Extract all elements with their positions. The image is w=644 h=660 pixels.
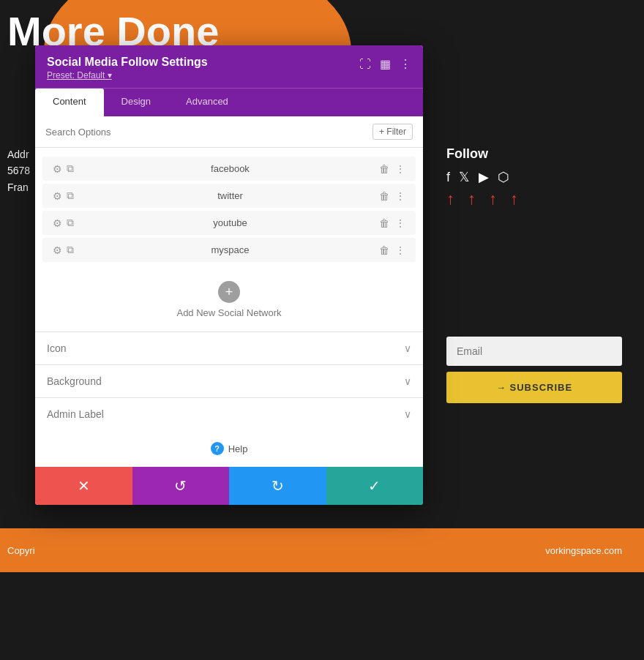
background-section[interactable]: Background ∨ (35, 364, 423, 397)
add-circle-icon: + (218, 281, 240, 303)
row-arrow-twitter: → (35, 188, 37, 203)
follow-label: Follow (446, 146, 622, 162)
admin-label-chevron: ∨ (404, 408, 411, 420)
network-name-facebook: facebook (81, 163, 379, 174)
more-icon-twitter[interactable]: ⋮ (395, 190, 405, 202)
tab-advanced[interactable]: Advanced (168, 89, 246, 116)
columns-icon[interactable]: ▦ (380, 57, 391, 71)
facebook-icon[interactable]: f (446, 170, 450, 185)
fullscreen-icon[interactable]: ⛶ (359, 58, 371, 71)
network-name-youtube: youtube (81, 217, 379, 228)
more-icon-facebook[interactable]: ⋮ (395, 163, 405, 175)
modal-title-area: Social Media Follow Settings Preset: Def… (47, 56, 208, 80)
modal-title: Social Media Follow Settings (47, 56, 208, 69)
address-area: Addr 5678 Fran (7, 146, 30, 195)
twitter-icon[interactable]: 𝕏 (459, 169, 470, 185)
address-line1: Addr (7, 146, 30, 162)
delete-icon-myspace[interactable]: 🗑 (379, 244, 389, 256)
subscribe-button[interactable]: → SUBSCRIBE (446, 372, 622, 403)
copy-icon-youtube[interactable]: ⧉ (67, 217, 74, 229)
row-icons-youtube: ⚙ ⧉ (53, 217, 74, 229)
arrow4: ↑ (510, 190, 518, 209)
address-line3: Fran (7, 179, 30, 195)
table-row: → ⚙ ⧉ facebook 🗑 ⋮ (42, 157, 416, 181)
table-row: → ⚙ ⧉ myspace 🗑 ⋮ (42, 238, 416, 262)
address-line2: 5678 (7, 162, 30, 179)
background-section-label: Background (47, 375, 102, 387)
email-input[interactable] (446, 337, 622, 366)
add-network-label: Add New Social Network (176, 307, 281, 318)
filter-label: + Filter (379, 127, 406, 137)
search-bar: + Filter (35, 116, 423, 148)
row-icons-facebook: ⚙ ⧉ (53, 162, 74, 175)
network-name-myspace: myspace (81, 244, 379, 255)
search-input[interactable] (45, 127, 372, 138)
settings-icon-youtube[interactable]: ⚙ (53, 217, 62, 229)
actions-myspace: 🗑 ⋮ (379, 244, 405, 256)
table-row: → ⚙ ⧉ twitter 🗑 ⋮ (42, 184, 416, 208)
admin-label-section-label: Admin Label (47, 408, 104, 420)
copy-icon-twitter[interactable]: ⧉ (67, 190, 74, 202)
row-arrow-facebook: → (35, 161, 37, 176)
social-icons-row: f 𝕏 ▶ ⬡ (446, 169, 622, 185)
actions-facebook: 🗑 ⋮ (379, 163, 405, 175)
icon-section[interactable]: Icon ∨ (35, 331, 423, 364)
cancel-button[interactable]: ✕ (35, 467, 132, 505)
footer-bar: Copyri vorkingspace.com (0, 528, 644, 572)
actions-youtube: 🗑 ⋮ (379, 217, 405, 229)
help-label: Help (228, 443, 248, 454)
copy-icon-facebook[interactable]: ⧉ (67, 162, 74, 175)
settings-modal: Social Media Follow Settings Preset: Def… (35, 45, 423, 505)
modal-header: Social Media Follow Settings Preset: Def… (35, 45, 423, 88)
icon-chevron: ∨ (404, 342, 411, 354)
table-row: → ⚙ ⧉ youtube 🗑 ⋮ (42, 211, 416, 235)
delete-icon-facebook[interactable]: 🗑 (379, 163, 389, 175)
arrow3: ↑ (489, 190, 497, 209)
more-icon-myspace[interactable]: ⋮ (395, 244, 405, 256)
help-area: ? Help (35, 430, 423, 467)
more-icon[interactable]: ⋮ (400, 57, 411, 71)
save-button[interactable]: ✓ (326, 467, 424, 505)
add-network-button[interactable]: + Add New Social Network (35, 271, 423, 331)
tab-design[interactable]: Design (104, 89, 168, 116)
undo-button[interactable]: ↺ (132, 467, 230, 505)
settings-icon-myspace[interactable]: ⚙ (53, 244, 62, 256)
filter-button[interactable]: + Filter (372, 124, 413, 140)
subscribe-area: → SUBSCRIBE (446, 337, 622, 403)
settings-icon-twitter[interactable]: ⚙ (53, 190, 62, 202)
footer-right-text: vorkingspace.com (545, 545, 622, 556)
myspace-icon[interactable]: ⬡ (498, 169, 509, 185)
tabs-bar: Content Design Advanced (35, 88, 423, 116)
arrow1: ↑ (446, 190, 454, 209)
delete-icon-youtube[interactable]: 🗑 (379, 217, 389, 229)
copy-icon-myspace[interactable]: ⧉ (67, 244, 74, 256)
footer-left-text: Copyri (0, 545, 35, 556)
tab-content[interactable]: Content (35, 89, 104, 116)
more-icon-youtube[interactable]: ⋮ (395, 217, 405, 229)
modal-scroll-area: + Filter → ⚙ ⧉ facebook 🗑 ⋮ → (35, 116, 423, 467)
admin-label-section[interactable]: Admin Label ∨ (35, 397, 423, 430)
actions-twitter: 🗑 ⋮ (379, 190, 405, 202)
delete-icon-twitter[interactable]: 🗑 (379, 190, 389, 202)
modal-header-icons: ⛶ ▦ ⋮ (359, 57, 411, 71)
network-list: → ⚙ ⧉ facebook 🗑 ⋮ → ⚙ ⧉ twitter (35, 148, 423, 271)
settings-icon-facebook[interactable]: ⚙ (53, 163, 62, 175)
red-arrows: ↑ ↑ ↑ ↑ (446, 190, 622, 209)
right-follow-section: Follow f 𝕏 ▶ ⬡ ↑ ↑ ↑ ↑ (446, 146, 622, 209)
help-icon[interactable]: ? (211, 442, 224, 455)
arrow2: ↑ (468, 190, 476, 209)
row-arrow-youtube: → (35, 215, 37, 230)
network-name-twitter: twitter (81, 190, 379, 201)
icon-section-label: Icon (47, 342, 66, 354)
modal-preset[interactable]: Preset: Default ▾ (47, 70, 208, 80)
row-icons-twitter: ⚙ ⧉ (53, 190, 74, 202)
background-chevron: ∨ (404, 375, 411, 387)
action-bar: ✕ ↺ ↻ ✓ (35, 467, 423, 505)
row-icons-myspace: ⚙ ⧉ (53, 244, 74, 256)
row-arrow-myspace: → (35, 242, 37, 258)
redo-button[interactable]: ↻ (229, 467, 326, 505)
youtube-icon[interactable]: ▶ (479, 169, 489, 185)
